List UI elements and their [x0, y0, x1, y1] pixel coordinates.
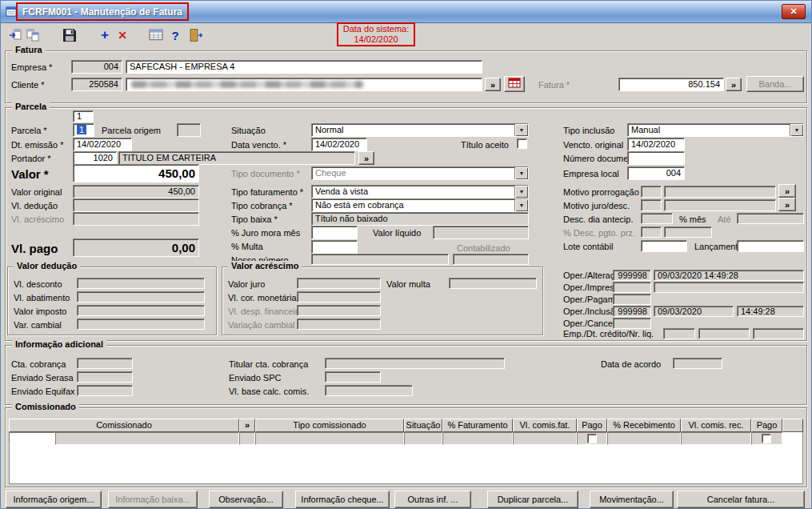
lancamento-field[interactable]	[737, 240, 804, 252]
dt-emissao-field[interactable]: 14/02/2020	[73, 138, 132, 151]
grid-row-pago-fat-checkbox[interactable]	[587, 434, 597, 443]
informacao-cheque-button[interactable]: Informação cheque...	[295, 491, 390, 508]
empresa-name-field: SAFECASH - EMPRESA 4	[126, 60, 482, 74]
vl-abatimento-label: Vl. abatimento	[14, 293, 70, 303]
application-window: FCRFM001 - Manutenção de Fatura ✕ + ✕ ? …	[0, 0, 812, 509]
numero-documento-field[interactable]	[627, 151, 685, 165]
situacao-label: Situação	[231, 126, 266, 136]
movimentacao-button[interactable]: Movimentação...	[590, 491, 674, 508]
parcela-legend: Parcela	[12, 102, 50, 112]
situacao-select[interactable]: Normal	[311, 123, 529, 137]
parcela-tab[interactable]: 1	[73, 110, 94, 122]
grid-header-filler	[782, 419, 803, 432]
data-vencto-field[interactable]: 14/02/2020	[311, 138, 367, 151]
valor-deducao-legend: Valor dedução	[14, 261, 80, 271]
parcela-field[interactable]: 1	[73, 123, 94, 137]
oper-alteracao-user-field: 999998	[613, 270, 651, 281]
exit-door-icon[interactable]	[186, 26, 206, 45]
grid-row-lookup-cell	[239, 432, 255, 445]
portador-label: Portador *	[11, 154, 51, 164]
record-navigate-icon[interactable]	[6, 26, 25, 45]
emp-credito-field	[663, 328, 695, 339]
cliente-code-field: 250584	[71, 78, 122, 91]
delete-icon[interactable]: ✕	[113, 26, 132, 45]
record-copy-icon[interactable]	[23, 26, 42, 45]
valor-juro-field	[297, 278, 381, 289]
tipo-documento-label: Tipo documento *	[231, 169, 300, 179]
valor-field[interactable]: 450,00	[73, 164, 199, 182]
grid-row-edit-cell[interactable]	[9, 432, 55, 445]
vl-acrescimo-label: Vl. acréscimo	[11, 214, 64, 225]
parcela-label: Parcela *	[11, 126, 47, 136]
grid-header-situacao: Situação	[404, 419, 442, 432]
redacted-client-name	[131, 81, 363, 88]
add-icon[interactable]: +	[95, 26, 114, 45]
system-date-value: 14/02/2020	[338, 34, 414, 45]
vl-deducao-label: Vl. dedução	[11, 201, 58, 211]
duplicar-parcela-button[interactable]: Duplicar parcela...	[487, 491, 578, 508]
help-icon[interactable]: ?	[166, 26, 185, 45]
tipo-baixa-label: Tipo baixa *	[231, 214, 278, 225]
vl-base-field	[325, 385, 413, 396]
tipo-cobranca-label: Tipo cobrança *	[231, 201, 293, 211]
valor-liquido-field	[433, 226, 529, 239]
vl-pago-label: Vl. pago	[11, 241, 58, 256]
system-date-label: Data do sistema:	[338, 24, 414, 34]
fatura-legend: Fatura	[12, 45, 46, 55]
vl-pago-field: 0,00	[73, 238, 199, 257]
pct-desc-pgto-label: % Desc. pgto. prz.	[563, 228, 635, 238]
fatura-label: Fatura *	[538, 80, 570, 90]
close-icon: ✕	[790, 6, 797, 17]
portador-lookup-button[interactable]: »	[358, 151, 374, 165]
tipo-faturamento-label: Tipo faturamento *	[231, 187, 303, 198]
var-cambial-label: Var. cambial	[14, 320, 62, 331]
enviado-serasa-label: Enviado Serasa	[11, 373, 74, 383]
multa-field[interactable]	[311, 240, 358, 254]
data-vencto-label: Data vencto. *	[231, 140, 286, 150]
variacao-cambial-label: Variação cambial	[228, 320, 295, 331]
observacao-button[interactable]: Observação...	[209, 491, 283, 508]
empresa-local-label: Empresa local	[563, 169, 619, 179]
valor-juro-label: Valor juro	[228, 279, 265, 290]
juro-mora-field[interactable]	[311, 226, 358, 239]
oper-cancelamento-user-field	[613, 318, 651, 329]
cliente-lookup-button[interactable]: »	[485, 78, 501, 91]
comissionado-lookup-button[interactable]: »	[239, 419, 255, 432]
lote-contabil-field[interactable]	[641, 240, 687, 252]
browse-grid-icon[interactable]	[146, 26, 166, 45]
grid-row-situacao-cell	[404, 432, 442, 445]
lote-contabil-label: Lote contábil	[563, 242, 613, 252]
emp-dt-credito-label: Emp./Dt. crédito/Nr. liq.	[563, 329, 654, 339]
informacao-origem-button[interactable]: Informação origem...	[6, 491, 102, 508]
enviado-serasa-field	[77, 371, 133, 383]
titulo-aceito-label: Título aceito	[461, 140, 509, 150]
save-icon[interactable]	[60, 26, 79, 45]
desc-dia-antecip-field	[641, 213, 673, 224]
outras-inf-button[interactable]: Outras inf. ...	[394, 491, 471, 508]
comissionado-legend: Comissionado	[12, 402, 79, 412]
cancelar-fatura-button[interactable]: Cancelar fatura...	[677, 491, 805, 508]
motivo-prorrogacao-lookup-button[interactable]: »	[778, 184, 796, 198]
system-date-annotation: Data do sistema: 14/02/2020	[337, 22, 415, 46]
tipo-baixa-field: Título não baixado	[311, 212, 529, 226]
valor-label: Valor *	[11, 166, 49, 182]
pct-desc-pgto-field2	[664, 226, 712, 238]
tipo-faturamento-select[interactable]: Venda à vista	[311, 185, 529, 198]
oper-inclusao-user-field: 999998	[613, 306, 651, 317]
grid-row-vl-fat-cell	[513, 432, 577, 445]
valor-acrescimo-legend: Valor acréscimo	[228, 261, 302, 271]
vencto-original-field[interactable]: 14/02/2020	[627, 138, 685, 151]
tipo-inclusao-select[interactable]: Manual	[627, 123, 804, 137]
motivo-juro-lookup-button[interactable]: »	[778, 198, 796, 211]
grid-row-pago-rec-checkbox[interactable]	[762, 434, 771, 443]
fatura-lookup-button[interactable]: »	[726, 78, 742, 91]
portador-code-field[interactable]: 1020	[73, 151, 117, 165]
tipo-cobranca-select[interactable]: Não está em cobrança	[311, 198, 529, 212]
empresa-local-field[interactable]: 004	[627, 166, 685, 180]
motivo-juro-label: Motivo juro/desc.	[563, 201, 630, 211]
motivo-juro-code-field	[641, 199, 662, 211]
close-button[interactable]: ✕	[782, 4, 806, 19]
titulo-aceito-checkbox[interactable]	[517, 138, 527, 149]
info-adicional-legend: Informação adicional	[12, 339, 106, 350]
client-card-button[interactable]	[504, 76, 525, 92]
